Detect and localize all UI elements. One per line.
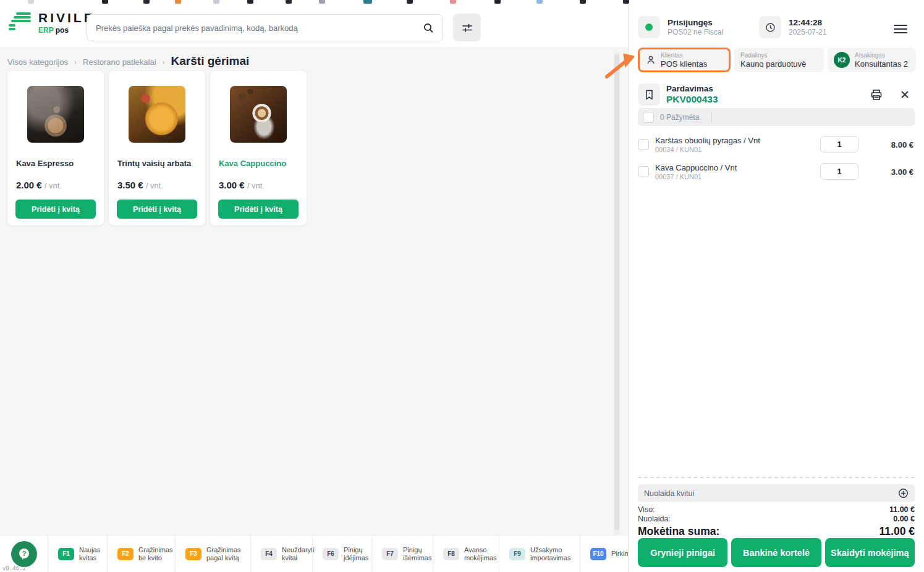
cart-list: Karštas obuolių pyragas / Vnt 00034 / KU…	[638, 133, 915, 188]
receipt-discount-bar[interactable]: Nuolaida kvitui	[638, 484, 915, 502]
favicon-fragment	[28, 0, 34, 4]
plus-circle-icon	[898, 488, 909, 498]
rivile-logo: RIVILE ERPpos	[9, 11, 95, 35]
product-price: 2.00 €	[16, 180, 42, 190]
cart-row[interactable]: Karštas obuolių pyragas / Vnt 00034 / KU…	[638, 133, 915, 156]
search-icon[interactable]	[423, 22, 434, 33]
person-icon	[646, 55, 656, 65]
favicon-fragment	[580, 0, 586, 4]
avatar: K2	[834, 52, 850, 68]
fkey-label: Pinigų išėmimas	[403, 546, 433, 562]
fkey-label: Grąžinimas be kvito	[138, 546, 175, 562]
discount-total-label: Nuolaida:	[638, 515, 671, 524]
f6-badge: F6	[323, 548, 339, 560]
cart-item-checkbox[interactable]	[638, 166, 649, 177]
branch-value: Kauno parduotuvė	[740, 59, 806, 69]
f7-badge: F7	[382, 548, 398, 560]
favicon-fragment	[247, 0, 253, 4]
breadcrumb: Visos kategorijos › Restorano patiekalai…	[7, 54, 249, 68]
product-name: Kava Cappuccino	[219, 159, 286, 168]
print-button[interactable]	[870, 89, 883, 101]
amount-due-value: 11.00 €	[879, 525, 915, 538]
cart-row[interactable]: Kava Cappuccino / Vnt 00037 / KUN01 3.00…	[638, 161, 915, 183]
sliders-icon	[461, 22, 473, 34]
responsible-label: Atsakingas	[855, 52, 908, 59]
help-button[interactable]: ?	[11, 541, 37, 567]
sale-label: Pardavimas	[666, 84, 718, 93]
cash-payment-button[interactable]: Grynieji pinigai	[638, 538, 727, 567]
favicon-fragment	[286, 0, 292, 4]
current-time: 12:44:28	[789, 18, 826, 27]
cart-item-code: 00037 / KUN01	[655, 173, 737, 180]
brand-sub-pos: pos	[56, 26, 69, 35]
responsible-chip[interactable]: K2 Atsakingas Konsultantas 2	[828, 48, 916, 72]
receipt-panel: Prisijungęs POS02 ne Fiscal 12:44:28 202…	[629, 5, 924, 572]
product-card-espresso[interactable]: Kava Espresso 2.00 € / vnt. Pridėti į kv…	[7, 71, 104, 225]
fkey-f10-purchase[interactable]: F10 Pirkimas	[580, 536, 628, 572]
close-receipt-button[interactable]: ✕	[900, 88, 910, 102]
client-label: Klientas	[661, 52, 707, 59]
total-label: Viso:	[638, 505, 655, 515]
add-to-receipt-button[interactable]: Pridėti į kvitą	[15, 200, 96, 219]
app-version: v0.46.2	[2, 565, 26, 571]
status-subtitle: POS02 ne Fiscal	[668, 28, 723, 36]
favicon-fragment	[363, 0, 372, 4]
breadcrumb-all-categories[interactable]: Visos kategorijos	[7, 57, 68, 67]
fkey-f7-cash-out[interactable]: F7 Pinigų išėmimas	[371, 536, 433, 572]
product-card-fruit-tea[interactable]: Trintų vaisių arbata 3.50 € / vnt. Pridė…	[109, 71, 205, 225]
split-payment-button[interactable]: Skaidyti mokėjimą	[825, 538, 915, 567]
favicon-fragment	[102, 0, 108, 4]
fkey-f9-order-import[interactable]: F9 Užsakymo importavimas	[499, 536, 580, 572]
quantity-input[interactable]	[820, 136, 858, 153]
fkey-f2-return-without-receipt[interactable]: F2 Grąžinimas be kvito	[107, 536, 175, 572]
catalog-scrollbar[interactable]	[614, 52, 620, 535]
fkey-label: Pinigų įdėjimas	[344, 546, 371, 562]
fkey-f3-return-by-receipt[interactable]: F3 Grąžinimas pagal kvitą	[175, 536, 250, 572]
responsible-value: Konsultantas 2	[855, 59, 908, 69]
scrollbar-thumb[interactable]	[614, 54, 619, 530]
menu-button[interactable]	[894, 22, 907, 36]
card-payment-button[interactable]: Bankinė kortelė	[731, 538, 821, 567]
quantity-input[interactable]	[820, 163, 858, 180]
clock-icon	[765, 22, 776, 33]
favicon-fragment	[175, 0, 181, 4]
fkey-f6-cash-in[interactable]: F6 Pinigų įdėjimas	[312, 536, 371, 572]
status-title: Prisijungęs	[668, 18, 723, 27]
fkey-label: Naujas kvitas	[79, 546, 107, 562]
branch-chip[interactable]: Padalinys Kauno parduotuvė	[734, 48, 824, 72]
online-dot-icon	[645, 23, 653, 31]
fkey-f4-open-receipts[interactable]: F4 Neuždaryti kvitai	[250, 536, 312, 572]
chevron-right-icon: ›	[74, 58, 77, 67]
fkey-label: Grąžinimas pagal kvitą	[206, 546, 250, 562]
payment-buttons: Grynieji pinigai Bankinė kortelė Skaidyt…	[638, 538, 915, 567]
f2-badge: F2	[117, 548, 134, 560]
product-card-cappuccino[interactable]: Kava Cappuccino 3.00 € / vnt. Pridėti į …	[210, 71, 307, 225]
favicon-fragment	[536, 0, 543, 4]
add-to-receipt-button[interactable]: Pridėti į kvitą	[117, 200, 197, 219]
total-value: 11.00 €	[889, 505, 915, 515]
filter-button[interactable]	[453, 14, 481, 41]
page-title: Karšti gėrimai	[171, 54, 250, 68]
callout-arrow-icon	[602, 53, 634, 80]
f3-badge: F3	[185, 548, 201, 560]
current-date: 2025-07-21	[789, 28, 826, 36]
breadcrumb-restaurant-dishes[interactable]: Restorano patiekalai	[83, 57, 156, 67]
client-value: POS klientas	[661, 59, 707, 69]
printer-icon	[870, 89, 883, 101]
add-discount-button[interactable]	[898, 488, 909, 498]
cart-item-name: Kava Cappuccino / Vnt	[655, 163, 737, 172]
cart-item-checkbox[interactable]	[638, 139, 649, 150]
search-input[interactable]	[96, 23, 423, 33]
client-chip[interactable]: Klientas POS klientas	[638, 48, 731, 72]
product-name: Kava Espresso	[16, 159, 74, 168]
add-to-receipt-button[interactable]: Pridėti į kvitą	[218, 200, 299, 219]
favicon-fragment	[407, 0, 413, 4]
fkey-f1-new-receipt[interactable]: F1 Naujas kvitas	[48, 536, 107, 572]
product-unit: / vnt.	[146, 181, 163, 190]
cart-item-price: 8.00 €	[891, 140, 913, 149]
rivile-logo-icon	[9, 12, 32, 33]
bookmark-chip	[638, 83, 660, 106]
fkey-label: Užsakymo importavimas	[530, 546, 580, 562]
select-all-checkbox[interactable]	[643, 112, 654, 123]
fkey-f8-advance-payment[interactable]: F8 Avanso mokėjimas	[433, 536, 499, 572]
